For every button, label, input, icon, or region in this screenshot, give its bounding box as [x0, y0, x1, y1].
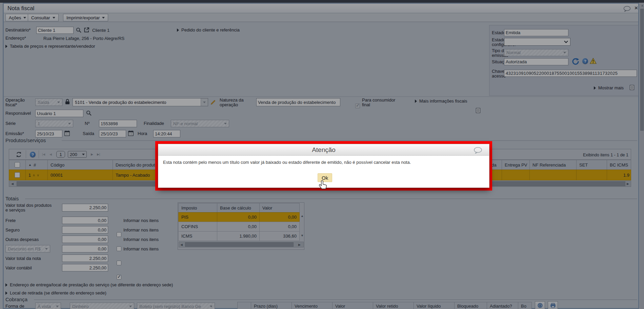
atencao-dialog-titlebar[interactable]: Atenção [158, 144, 489, 156]
screen: ▲ Nota fiscal × Ações Consultar Imprimir… [0, 0, 644, 309]
cursor-hand [319, 180, 327, 191]
atencao-dialog-message: Esta nota contém pelo menos um título co… [163, 160, 485, 165]
atencao-dialog-title: Atenção [312, 146, 336, 154]
dialog-bubble-icon[interactable] [474, 147, 482, 154]
